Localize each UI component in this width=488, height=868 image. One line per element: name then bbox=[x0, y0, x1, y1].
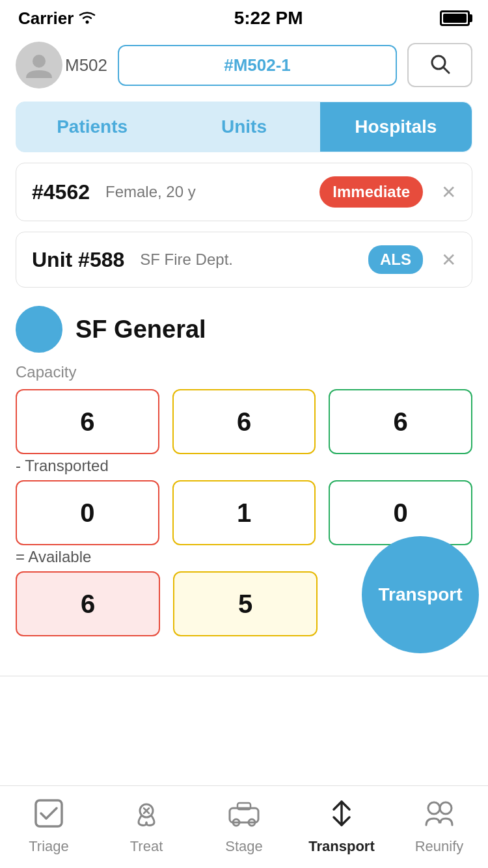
hospital-name: SF General bbox=[75, 316, 206, 344]
nav-triage-label: Triage bbox=[29, 838, 69, 855]
nav-treat-label: Treat bbox=[130, 838, 163, 855]
transported-green[interactable]: 0 bbox=[329, 480, 472, 545]
svg-point-0 bbox=[86, 20, 89, 23]
user-id: M502 bbox=[65, 55, 107, 75]
hospital-section: SF General Capacity 6 6 6 - Transported … bbox=[0, 298, 488, 643]
unit-close-button[interactable]: ✕ bbox=[441, 249, 456, 271]
search-button[interactable] bbox=[407, 43, 472, 87]
reunify-icon bbox=[422, 796, 456, 833]
treat-icon bbox=[129, 796, 163, 833]
nav-stage[interactable]: Stage bbox=[195, 796, 293, 855]
svg-rect-4 bbox=[36, 800, 62, 826]
nav-triage[interactable]: Triage bbox=[0, 796, 98, 855]
capacity-label: Capacity bbox=[16, 363, 472, 381]
triage-icon bbox=[32, 796, 66, 833]
patient-detail: Female, 20 y bbox=[105, 183, 196, 201]
status-bar: Carrier 5:22 PM bbox=[0, 0, 488, 34]
time-label: 5:22 PM bbox=[234, 8, 303, 29]
transported-red[interactable]: 0 bbox=[16, 480, 159, 545]
bottom-nav: Triage Treat Stage bbox=[0, 785, 488, 868]
unit-detail: SF Fire Dept. bbox=[140, 251, 233, 269]
transported-label: - Transported bbox=[16, 457, 472, 475]
wifi-icon bbox=[77, 8, 97, 29]
nav-treat[interactable]: Treat bbox=[98, 796, 195, 855]
available-yellow[interactable]: 5 bbox=[173, 571, 318, 636]
patient-close-button[interactable]: ✕ bbox=[441, 182, 456, 203]
battery-icon bbox=[440, 10, 470, 26]
nav-transport[interactable]: Transport bbox=[293, 796, 390, 855]
tabs-container: Patients Units Hospitals bbox=[16, 102, 472, 152]
capacity-red[interactable]: 6 bbox=[16, 389, 159, 454]
patient-id: #4562 bbox=[32, 180, 90, 204]
unit-badge: ALS bbox=[368, 245, 423, 274]
stage-icon bbox=[227, 796, 261, 833]
section-divider bbox=[0, 675, 488, 677]
tab-units[interactable]: Units bbox=[168, 102, 319, 152]
svg-point-13 bbox=[428, 802, 440, 814]
nav-reunify-label: Reunify bbox=[415, 838, 464, 855]
unit-id: Unit #588 bbox=[32, 248, 124, 272]
header: M502 #M502-1 bbox=[0, 34, 488, 96]
tab-hospitals[interactable]: Hospitals bbox=[320, 102, 472, 152]
transport-button[interactable]: Transport bbox=[362, 536, 479, 653]
nav-stage-label: Stage bbox=[225, 838, 263, 855]
patient-card[interactable]: #4562 Female, 20 y Immediate ✕ bbox=[16, 163, 472, 221]
available-red[interactable]: 6 bbox=[16, 571, 160, 636]
incident-id-input[interactable]: #M502-1 bbox=[118, 45, 397, 86]
carrier-label: Carrier bbox=[18, 8, 74, 29]
nav-reunify[interactable]: Reunify bbox=[390, 796, 488, 855]
capacity-row: 6 6 6 bbox=[16, 389, 472, 454]
capacity-yellow[interactable]: 6 bbox=[172, 389, 316, 454]
unit-card[interactable]: Unit #588 SF Fire Dept. ALS ✕ bbox=[16, 232, 472, 288]
search-icon bbox=[428, 52, 452, 78]
transported-row: 0 1 0 bbox=[16, 480, 472, 545]
available-transport-area: 6 5 Transport bbox=[16, 571, 472, 643]
capacity-green[interactable]: 6 bbox=[329, 389, 472, 454]
tab-patients[interactable]: Patients bbox=[16, 102, 168, 152]
svg-point-14 bbox=[440, 802, 452, 814]
avatar bbox=[16, 42, 62, 88]
nav-transport-label: Transport bbox=[308, 838, 374, 855]
patient-badge: Immediate bbox=[319, 176, 423, 208]
svg-line-3 bbox=[443, 67, 449, 73]
svg-point-1 bbox=[33, 55, 46, 68]
hospital-dot bbox=[16, 306, 62, 353]
transport-nav-icon bbox=[325, 796, 359, 833]
transported-yellow[interactable]: 1 bbox=[172, 480, 316, 545]
